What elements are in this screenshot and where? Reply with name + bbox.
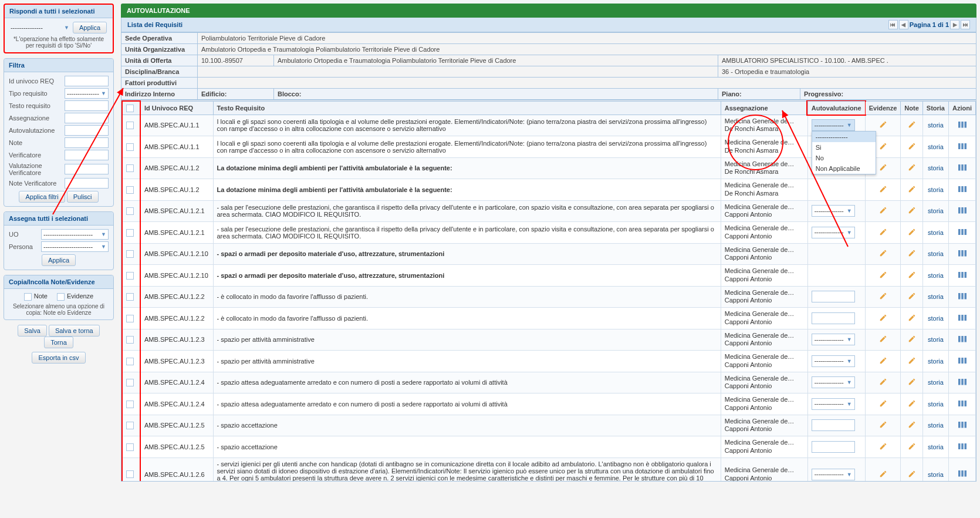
row-checkbox[interactable] (122, 372, 140, 393)
row-note-button[interactable] (901, 136, 922, 158)
row-azioni-button[interactable] (949, 243, 976, 265)
row-autovalutazione[interactable]: ---------------▼---------------SiNoNon A… (807, 115, 865, 136)
row-storia-link[interactable]: storia (922, 415, 948, 436)
grid-header-note[interactable]: Note (901, 101, 922, 115)
pager-first-icon[interactable]: ⏮ (888, 20, 898, 29)
row-checkbox[interactable] (122, 265, 140, 287)
row-azioni-button[interactable] (949, 200, 976, 222)
grid-header-checkbox[interactable] (122, 101, 140, 115)
row-checkbox[interactable] (122, 115, 140, 136)
row-storia-link[interactable]: storia (922, 157, 948, 179)
row-note-button[interactable] (901, 115, 922, 136)
dropdown-option-si[interactable]: Si (812, 142, 876, 153)
row-evidenze-button[interactable] (865, 436, 901, 458)
row-autovalutazione[interactable]: ---------------▼ (807, 393, 865, 415)
row-checkbox[interactable] (122, 458, 140, 482)
row-storia-link[interactable]: storia (922, 115, 948, 136)
row-note-button[interactable] (901, 200, 922, 222)
row-evidenze-button[interactable] (865, 222, 901, 244)
filter-autoval-input[interactable] (65, 125, 109, 136)
respond-select[interactable]: --------------- ▼ (11, 24, 69, 31)
row-storia-link[interactable]: storia (922, 179, 948, 201)
row-storia-link[interactable]: storia (922, 136, 948, 158)
row-checkbox[interactable] (122, 415, 140, 436)
row-azioni-button[interactable] (949, 393, 976, 415)
row-azioni-button[interactable] (949, 115, 976, 136)
row-checkbox[interactable] (122, 393, 140, 415)
filter-clear-button[interactable]: Pulisci (67, 191, 99, 203)
row-evidenze-button[interactable] (865, 329, 901, 351)
copy-note-check[interactable]: Note (24, 292, 48, 301)
row-note-button[interactable] (901, 393, 922, 415)
row-checkbox[interactable] (122, 157, 140, 179)
autoval-dropdown-menu[interactable]: ---------------SiNoNon Applicabile (812, 131, 876, 174)
grid-header-azioni[interactable]: Azioni (949, 101, 976, 115)
row-checkbox[interactable] (122, 179, 140, 201)
pager-prev-icon[interactable]: ◀ (899, 20, 908, 29)
back-button[interactable]: Torna (44, 337, 73, 348)
row-azioni-button[interactable] (949, 286, 976, 308)
row-evidenze-button[interactable] (865, 308, 901, 329)
row-azioni-button[interactable] (949, 136, 976, 158)
row-azioni-button[interactable] (949, 351, 976, 372)
row-storia-link[interactable]: storia (922, 393, 948, 415)
row-note-button[interactable] (901, 436, 922, 458)
row-checkbox[interactable] (122, 243, 140, 265)
grid-header-autoval[interactable]: Autovalutazione (807, 101, 865, 115)
filter-noteverif-input[interactable] (65, 178, 109, 189)
grid-header-evidenze[interactable]: Evidenze (865, 101, 901, 115)
row-storia-link[interactable]: storia (922, 458, 948, 482)
filter-note-input[interactable] (65, 137, 109, 148)
row-note-button[interactable] (901, 179, 922, 201)
row-autovalutazione[interactable]: ---------------▼ (807, 200, 865, 222)
row-storia-link[interactable]: storia (922, 200, 948, 222)
row-evidenze-button[interactable] (865, 351, 901, 372)
save-button[interactable]: Salva (18, 325, 47, 337)
row-note-button[interactable] (901, 222, 922, 244)
row-storia-link[interactable]: storia (922, 436, 948, 458)
row-azioni-button[interactable] (949, 157, 976, 179)
filter-tipo-select[interactable]: ---------------▼ (65, 88, 109, 99)
row-checkbox[interactable] (122, 329, 140, 351)
row-note-button[interactable] (901, 458, 922, 482)
assign-uo-select[interactable]: -----------------------▼ (41, 229, 109, 240)
row-azioni-button[interactable] (949, 308, 976, 329)
dropdown-option-blank[interactable]: --------------- (812, 132, 876, 142)
filter-apply-button[interactable]: Applica filtri (19, 191, 65, 203)
row-autovalutazione[interactable]: ---------------▼ (807, 458, 865, 482)
row-evidenze-button[interactable] (865, 372, 901, 393)
row-note-button[interactable] (901, 351, 922, 372)
row-azioni-button[interactable] (949, 372, 976, 393)
row-azioni-button[interactable] (949, 436, 976, 458)
row-evidenze-button[interactable] (865, 286, 901, 308)
filter-testo-input[interactable] (65, 100, 109, 111)
row-storia-link[interactable]: storia (922, 372, 948, 393)
row-autovalutazione[interactable] (807, 436, 865, 458)
row-evidenze-button[interactable] (865, 265, 901, 287)
row-note-button[interactable] (901, 265, 922, 287)
row-autovalutazione[interactable]: ---------------▼ (807, 372, 865, 393)
row-note-button[interactable] (901, 286, 922, 308)
grid-header-id[interactable]: Id Univoco REQ (140, 101, 213, 115)
row-storia-link[interactable]: storia (922, 243, 948, 265)
assign-persona-select[interactable]: -----------------------▼ (41, 241, 109, 252)
row-evidenze-button[interactable] (865, 393, 901, 415)
row-autovalutazione[interactable]: ---------------▼ (807, 222, 865, 244)
row-evidenze-button[interactable] (865, 458, 901, 482)
export-csv-button[interactable]: Esporta in csv (32, 352, 85, 364)
grid-header-storia[interactable]: Storia (922, 101, 948, 115)
row-azioni-button[interactable] (949, 458, 976, 482)
row-checkbox[interactable] (122, 436, 140, 458)
row-note-button[interactable] (901, 372, 922, 393)
row-evidenze-button[interactable] (865, 179, 901, 201)
row-azioni-button[interactable] (949, 329, 976, 351)
row-evidenze-button[interactable] (865, 243, 901, 265)
row-azioni-button[interactable] (949, 222, 976, 244)
row-azioni-button[interactable] (949, 265, 976, 287)
row-autovalutazione[interactable]: ---------------▼ (807, 329, 865, 351)
pager-next-icon[interactable]: ▶ (950, 20, 959, 29)
row-autovalutazione[interactable] (807, 308, 865, 329)
row-checkbox[interactable] (122, 286, 140, 308)
copy-evidenze-check[interactable]: Evidenze (57, 292, 93, 301)
filter-verif-input[interactable] (65, 150, 109, 160)
